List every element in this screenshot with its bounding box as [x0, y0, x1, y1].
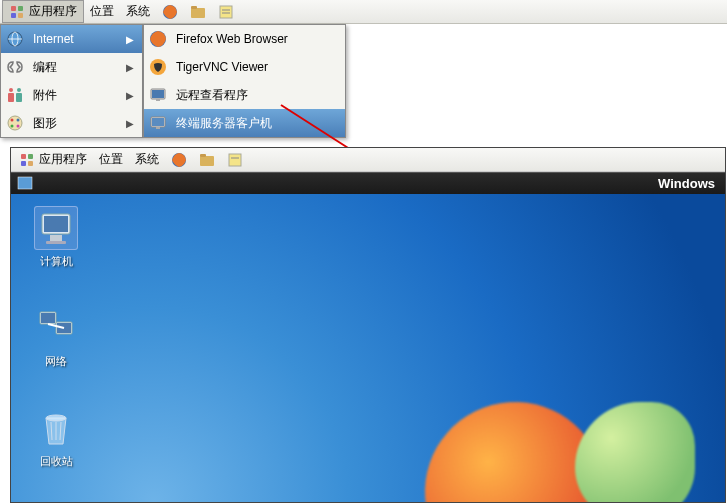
svg-rect-13: [8, 93, 14, 102]
svg-rect-40: [18, 177, 32, 189]
svg-point-19: [17, 119, 20, 122]
svg-rect-31: [21, 154, 26, 159]
programming-icon: [5, 57, 25, 77]
menu-applications[interactable]: 应用程序: [2, 0, 84, 23]
network-icon: [34, 306, 78, 350]
submenu-item-remote-viewer-label: 远程查看程序: [176, 87, 337, 104]
launcher-file-manager[interactable]: [184, 2, 212, 22]
menu-system-label: 系统: [126, 3, 150, 20]
folder-icon: [190, 4, 206, 20]
accessories-icon: [5, 85, 25, 105]
desktop-icon-network-label: 网络: [21, 354, 91, 369]
svg-rect-46: [41, 313, 55, 323]
svg-rect-5: [191, 8, 205, 18]
svg-rect-29: [156, 127, 160, 129]
host-top-panel: 应用程序 位置 系统: [0, 0, 727, 24]
svg-rect-43: [50, 235, 62, 241]
svg-point-17: [8, 116, 22, 130]
tigervnc-icon: [148, 57, 168, 77]
desktop-icon-network[interactable]: 网络: [21, 306, 91, 369]
svg-rect-38: [229, 154, 241, 166]
wallpaper-decoration: [575, 402, 695, 502]
remote-menu-system[interactable]: 系统: [129, 149, 165, 170]
submenu-arrow-icon: ▶: [126, 62, 134, 73]
menu-item-internet-label: Internet: [33, 32, 118, 46]
desktop-icon-recycle-bin-label: 回收站: [21, 454, 91, 469]
terminal-server-icon: [148, 113, 168, 133]
menu-applications-label: 应用程序: [29, 3, 77, 20]
menu-places[interactable]: 位置: [84, 1, 120, 22]
remote-menu-places[interactable]: 位置: [93, 149, 129, 170]
windows-desktop[interactable]: 计算机 网络 回收站: [11, 194, 725, 502]
submenu-item-tigervnc[interactable]: TigerVNC Viewer: [144, 53, 345, 81]
menu-item-internet[interactable]: Internet ▶: [1, 25, 142, 53]
submenu-arrow-icon: ▶: [126, 118, 134, 129]
recycle-bin-icon: [34, 406, 78, 450]
remote-menu-system-label: 系统: [135, 151, 159, 168]
svg-point-16: [17, 88, 21, 92]
desktop-icon-recycle-bin[interactable]: 回收站: [21, 406, 91, 469]
launcher-editor[interactable]: [212, 2, 240, 22]
firefox-icon: [171, 152, 187, 168]
svg-point-15: [9, 88, 13, 92]
svg-rect-25: [152, 90, 164, 98]
svg-rect-32: [28, 154, 33, 159]
notepad-icon: [227, 152, 243, 168]
firefox-icon: [162, 4, 178, 20]
notepad-icon: [218, 4, 234, 20]
svg-rect-2: [11, 13, 16, 18]
svg-rect-36: [200, 156, 214, 166]
submenu-item-tigervnc-label: TigerVNC Viewer: [176, 60, 337, 74]
submenu-item-firefox[interactable]: Firefox Web Browser: [144, 25, 345, 53]
svg-point-50: [46, 415, 66, 421]
submenu-item-remote-viewer[interactable]: 远程查看程序: [144, 81, 345, 109]
desktop-icon-computer-label: 计算机: [21, 254, 91, 269]
menu-item-graphics-label: 图形: [33, 115, 118, 132]
remote-menu-applications[interactable]: 应用程序: [13, 149, 93, 170]
remote-launcher-editor[interactable]: [221, 150, 249, 170]
svg-point-20: [11, 125, 14, 128]
folder-icon: [199, 152, 215, 168]
menu-item-programming-label: 编程: [33, 59, 118, 76]
submenu-item-tsclient-label: 终端服务器客户机: [176, 115, 337, 132]
menu-item-accessories-label: 附件: [33, 87, 118, 104]
submenu-item-tsclient[interactable]: 终端服务器客户机: [144, 109, 345, 137]
submenu-item-firefox-label: Firefox Web Browser: [176, 32, 337, 46]
svg-rect-37: [200, 154, 206, 157]
svg-rect-6: [191, 6, 197, 9]
svg-rect-26: [156, 99, 160, 101]
globe-icon: [5, 29, 25, 49]
remote-launcher-firefox[interactable]: [165, 150, 193, 170]
svg-rect-33: [21, 161, 26, 166]
applications-menu: Internet ▶ 编程 ▶ 附件 ▶ 图形 ▶: [0, 24, 143, 138]
launcher-firefox[interactable]: [156, 2, 184, 22]
submenu-arrow-icon: ▶: [126, 90, 134, 101]
desktop-icon-computer[interactable]: 计算机: [21, 206, 91, 269]
remote-launcher-file-manager[interactable]: [193, 150, 221, 170]
remote-top-panel: 应用程序 位置 系统: [11, 148, 725, 172]
remote-menu-applications-label: 应用程序: [39, 151, 87, 168]
apps-icon: [9, 4, 25, 20]
menu-item-graphics[interactable]: 图形 ▶: [1, 109, 142, 137]
menu-system[interactable]: 系统: [120, 1, 156, 22]
menu-places-label: 位置: [90, 3, 114, 20]
remote-window-titlebar[interactable]: Windows: [11, 172, 725, 194]
computer-icon: [34, 206, 78, 250]
menu-item-accessories[interactable]: 附件 ▶: [1, 81, 142, 109]
internet-submenu: Firefox Web Browser TigerVNC Viewer 远程查看…: [143, 24, 346, 138]
remote-menu-places-label: 位置: [99, 151, 123, 168]
svg-rect-0: [11, 6, 16, 11]
svg-rect-7: [220, 6, 232, 18]
monitor-icon: [148, 85, 168, 105]
svg-rect-28: [152, 118, 164, 126]
svg-rect-34: [28, 161, 33, 166]
firefox-icon: [148, 29, 168, 49]
submenu-arrow-icon: ▶: [126, 34, 134, 45]
svg-rect-44: [46, 241, 66, 244]
svg-point-21: [17, 125, 20, 128]
svg-rect-42: [44, 216, 68, 232]
graphics-icon: [5, 113, 25, 133]
menu-item-programming[interactable]: 编程 ▶: [1, 53, 142, 81]
remote-window-title: Windows: [658, 176, 715, 191]
svg-rect-14: [16, 93, 22, 102]
